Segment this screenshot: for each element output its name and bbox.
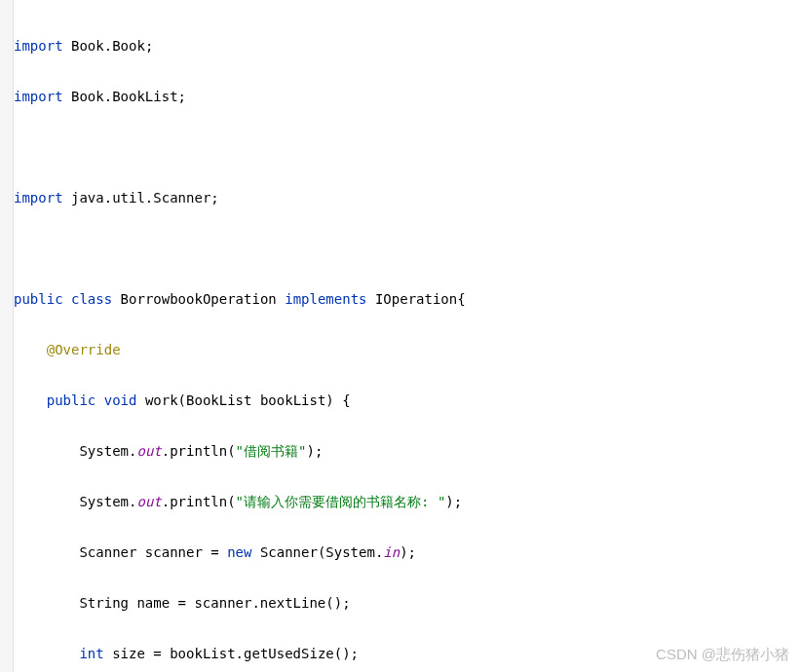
code-line [14,134,801,160]
code-line: import Book.BookList; [14,84,801,109]
code-line: public class BorrowbookOperation impleme… [14,286,801,312]
code-line: System.out.println("请输入你需要借阅的书籍名称: "); [14,489,801,514]
code-line: @Override [14,337,801,362]
code-line: import Book.Book; [14,33,801,58]
code-line [14,236,801,261]
code-editor[interactable]: import Book.Book; import Book.BookList; … [0,0,801,672]
editor-gutter [0,0,14,672]
code-line: import java.util.Scanner; [14,185,801,210]
code-line: public void work(BookList bookList) { [14,388,801,413]
code-line: String name = scanner.nextLine(); [14,590,801,616]
code-line: Scanner scanner = new Scanner(System.in)… [14,540,801,565]
code-line: System.out.println("借阅书籍"); [14,438,801,464]
watermark: CSDN @悲伤猪小猪 [656,646,789,664]
